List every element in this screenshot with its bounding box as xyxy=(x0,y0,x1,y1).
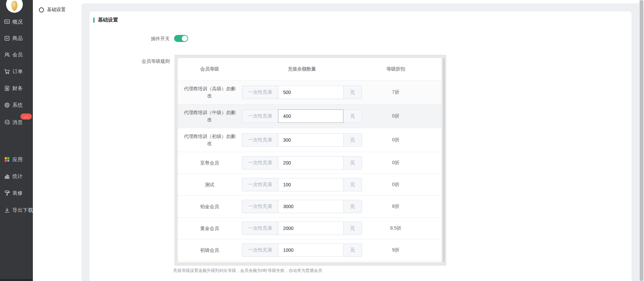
plugin-switch-label: 插件开关 xyxy=(127,36,170,42)
input-prefix-label: 一次性充满 xyxy=(242,243,278,257)
sidebar-item-members[interactable]: 会员 xyxy=(0,50,33,59)
page-title: 基础设置 xyxy=(98,17,118,23)
table-row: 至尊会员 一次性充满 元 0折 xyxy=(178,152,441,174)
level-discount-value: 7折 xyxy=(362,89,429,95)
amount-input-group: 一次性充满 元 xyxy=(242,86,362,99)
column-header-amount: 充值余额数量 xyxy=(241,66,362,72)
amount-input-group: 一次性充满 元 xyxy=(242,222,362,235)
input-prefix-label: 一次性充满 xyxy=(242,156,278,170)
sidebar-item-orders[interactable]: 订单 xyxy=(0,67,33,76)
amount-input-group: 一次性充满 元 xyxy=(242,156,362,170)
paint-roller-icon xyxy=(4,190,10,196)
member-level-name: 代理商培训（中级）勿删改 xyxy=(178,109,241,123)
level-discount-value: 8.5折 xyxy=(362,225,429,231)
amount-cell: 一次性充满 元 xyxy=(241,200,362,213)
plugin-switch-toggle[interactable] xyxy=(174,35,188,42)
input-suffix-yuan: 元 xyxy=(343,109,362,123)
sidebar-footer xyxy=(0,279,33,281)
amount-input[interactable] xyxy=(278,222,343,235)
sidebar-item-overview[interactable]: 概况 xyxy=(0,17,33,26)
amount-cell: 一次性充满 元 xyxy=(241,133,362,147)
input-prefix-label: 一次性充满 xyxy=(242,178,278,191)
scrollbar-thumb[interactable] xyxy=(640,0,643,281)
download-icon xyxy=(4,207,10,214)
table-row: 黄金会员 一次性充满 元 8.5折 xyxy=(178,218,441,239)
table-row: 代理商培训（中级）勿删改 一次性充满 元 0折 xyxy=(178,104,441,128)
table-row: 初级会员 一次性充满 元 9折 xyxy=(178,239,441,261)
amount-input-group: 一次性充满 元 xyxy=(242,200,362,213)
page-scrollbar[interactable] xyxy=(639,0,644,281)
sidebar-item-label: 应用 xyxy=(12,156,23,163)
table-row: 铂金会员 一次性充满 元 8折 xyxy=(178,196,441,218)
sidebar-item-export-download[interactable]: 导出下载 xyxy=(0,206,33,215)
sidebar: 概况 商品 会员 订单 财务 系统 消息 xyxy=(0,0,33,281)
sidebar-item-label: 会员 xyxy=(12,52,23,58)
sidebar-item-label: 概况 xyxy=(12,19,23,25)
sidebar-item-finance[interactable]: 财务 xyxy=(0,84,33,93)
goods-icon xyxy=(4,35,10,42)
amount-input[interactable] xyxy=(278,156,343,170)
sidebar-item-goods[interactable]: 商品 xyxy=(0,34,33,43)
amount-input[interactable] xyxy=(278,109,343,123)
amount-input-group: 一次性充满 元 xyxy=(242,109,362,123)
amount-input[interactable] xyxy=(278,86,343,99)
amount-input[interactable] xyxy=(278,178,343,191)
sidebar-item-label: 财务 xyxy=(12,85,23,92)
message-icon xyxy=(4,119,10,126)
amount-input-group: 一次性充满 元 xyxy=(242,178,362,191)
apps-grid-icon xyxy=(4,156,10,163)
input-prefix-label: 一次性充满 xyxy=(242,133,278,147)
input-prefix-label: 一次性充满 xyxy=(242,86,278,99)
amount-cell: 一次性充满 元 xyxy=(241,178,362,191)
toggle-knob xyxy=(182,36,187,41)
sidebar-item-decorate[interactable]: 装修 xyxy=(0,189,33,197)
radio-circle-icon xyxy=(39,7,44,12)
sidebar-item-label: 系统 xyxy=(12,102,23,108)
level-discount-value: 0折 xyxy=(362,160,429,166)
table-row: 代理商培训（初级）勿删改 一次性充满 元 0折 xyxy=(178,128,441,152)
member-level-name: 至尊会员 xyxy=(178,159,241,167)
sidebar-item-system[interactable]: 系统 xyxy=(0,101,33,109)
level-discount-value: 9折 xyxy=(362,247,429,253)
sidebar-item-apps[interactable]: 应用 xyxy=(0,155,33,164)
sidebar-item-label: 导出下载 xyxy=(12,207,33,214)
input-suffix-yuan: 元 xyxy=(343,200,362,213)
submenu-item-basic-settings[interactable]: 基础设置 xyxy=(39,7,66,13)
message-badge: ... xyxy=(20,113,32,120)
input-suffix-yuan: 元 xyxy=(343,243,362,257)
avatar-image xyxy=(11,1,17,11)
sidebar-item-label: 装修 xyxy=(12,190,23,196)
input-suffix-yuan: 元 xyxy=(343,222,362,235)
level-discount-value: 0折 xyxy=(362,113,429,119)
table-row: 测试 一次性充满 元 0折 xyxy=(178,174,441,196)
finance-icon xyxy=(4,85,10,92)
stats-bars-icon xyxy=(4,173,10,180)
sidebar-item-stats[interactable]: 统计 xyxy=(0,172,33,181)
level-discount-value: 8折 xyxy=(362,203,429,209)
table-scrollbar[interactable] xyxy=(443,58,445,262)
amount-cell: 一次性充满 元 xyxy=(241,222,362,235)
members-icon xyxy=(4,51,10,58)
sidebar-item-label: 订单 xyxy=(12,68,23,75)
input-prefix-label: 一次性充满 xyxy=(242,200,278,213)
member-level-name: 铂金会员 xyxy=(178,203,241,210)
input-suffix-yuan: 元 xyxy=(343,178,362,191)
level-discount-value: 0折 xyxy=(362,137,429,143)
input-prefix-label: 一次性充满 xyxy=(242,222,278,235)
table-row: 代理商培训（高级）勿删改 一次性充满 元 7折 xyxy=(178,81,441,104)
amount-input[interactable] xyxy=(278,243,343,257)
amount-input[interactable] xyxy=(278,133,343,147)
level-discount-value: 0折 xyxy=(362,182,429,188)
system-gear-icon xyxy=(4,102,10,108)
member-table-body: 代理商培训（高级）勿删改 一次性充满 元 7折 代理商培训（中级）勿删改 一次性… xyxy=(178,81,441,261)
member-level-table: 会员等级 充值余额数量 等级折扣 代理商培训（高级）勿删改 一次性充满 元 7折… xyxy=(178,58,441,262)
column-header-level: 会员等级 xyxy=(178,66,241,72)
table-header-row: 会员等级 充值余额数量 等级折扣 xyxy=(178,58,441,81)
avatar[interactable] xyxy=(6,0,23,13)
member-level-name: 测试 xyxy=(178,181,241,188)
title-accent-bar xyxy=(93,17,95,23)
member-level-name: 代理商培训（高级）勿删改 xyxy=(178,85,241,99)
amount-input[interactable] xyxy=(278,200,343,213)
submenu-item-label: 基础设置 xyxy=(47,7,66,13)
orders-icon xyxy=(4,68,10,75)
